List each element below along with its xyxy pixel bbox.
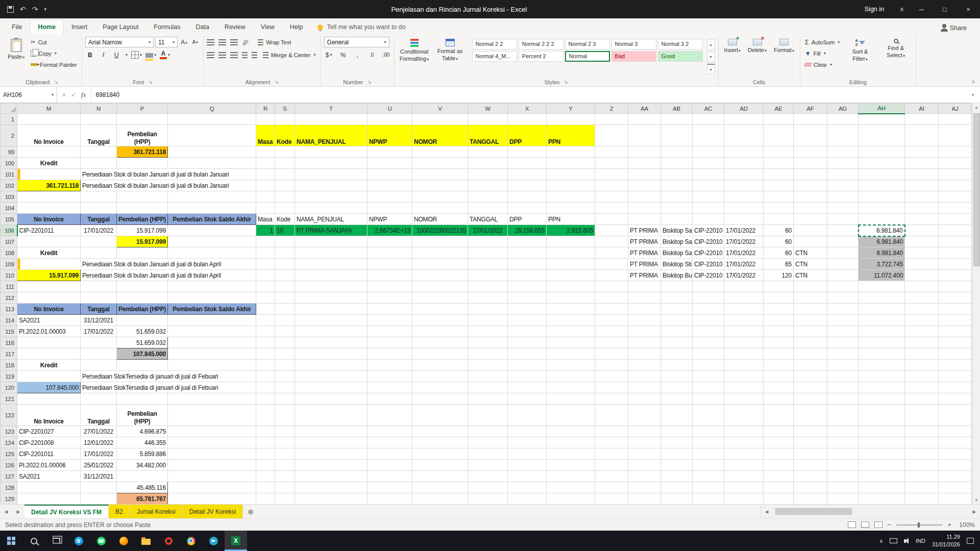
cell-AG122[interactable] [827, 405, 859, 426]
cell-Z123[interactable] [595, 426, 628, 437]
formula-bar-expand-icon[interactable]: ▾ [966, 87, 980, 103]
cell-AF99[interactable] [794, 146, 827, 158]
vertical-scrollbar[interactable]: ▲ ▼ [972, 103, 980, 504]
cell-AE123[interactable] [764, 426, 794, 437]
cell-X123[interactable] [508, 426, 547, 437]
cell-R124[interactable] [256, 437, 275, 448]
cell-P2[interactable]: Pembelian (HPP) [117, 125, 168, 146]
column-header-P[interactable]: P [117, 104, 168, 114]
cell-AI114[interactable] [905, 315, 939, 326]
taskbar-telegram-icon[interactable] [202, 531, 225, 551]
cell-AB117[interactable] [661, 348, 693, 360]
cell-W117[interactable] [468, 348, 508, 360]
cell-R111[interactable] [256, 281, 275, 292]
cell-P99[interactable]: 361.721.118 [117, 146, 168, 158]
cell-AJ101[interactable] [939, 169, 972, 180]
cell-AB116[interactable] [661, 337, 693, 348]
cell-V110[interactable] [412, 270, 468, 281]
ribbon-tab-home[interactable]: Home [30, 19, 64, 35]
cell-W105[interactable]: TANGGAL [468, 214, 508, 225]
cell-AE104[interactable] [764, 203, 794, 214]
cell-X102[interactable] [508, 180, 547, 191]
cell-V103[interactable] [412, 191, 468, 203]
cell-M102[interactable]: 361.721.118 [17, 180, 81, 191]
cell-T129[interactable] [295, 493, 368, 505]
format-painter-button[interactable]: Format Painter [29, 59, 79, 70]
cell-U2[interactable]: NPWP [368, 125, 412, 146]
cell-Y111[interactable] [547, 281, 595, 292]
cell-AB111[interactable] [661, 281, 693, 292]
cell-AI122[interactable] [905, 405, 939, 426]
row-header-1[interactable]: 1 [1, 114, 17, 125]
cell-N102[interactable]: Persediaan Stok di bulan Januari di jual… [81, 180, 256, 191]
cell-W124[interactable] [468, 437, 508, 448]
cell-X112[interactable] [508, 292, 547, 304]
cell-AJ104[interactable] [939, 203, 972, 214]
taskbar-whatsapp-icon[interactable]: ☎ [90, 531, 112, 551]
cell-AD124[interactable] [724, 437, 764, 448]
cell-AA112[interactable] [628, 292, 661, 304]
column-header-T[interactable]: T [295, 104, 368, 114]
cell-S101[interactable] [275, 169, 295, 180]
cell-R126[interactable] [256, 460, 275, 471]
row-header-123[interactable]: 123 [1, 426, 17, 437]
cell-style-percent-2[interactable]: Percent 2 [519, 51, 564, 62]
cell-X114[interactable] [508, 315, 547, 326]
cell-Y108[interactable] [547, 247, 595, 259]
cell-P116[interactable]: 51.659.032 [117, 337, 168, 348]
notification-center-icon[interactable] [967, 538, 974, 544]
cell-AF102[interactable] [794, 180, 827, 191]
cell-AB102[interactable] [661, 180, 693, 191]
cell-S2[interactable]: Kode [275, 125, 295, 146]
cell-AH115[interactable] [859, 326, 905, 337]
cell-AB114[interactable] [661, 315, 693, 326]
cell-U119[interactable] [368, 371, 412, 382]
cell-Q124[interactable] [168, 437, 256, 448]
cell-AA115[interactable] [628, 326, 661, 337]
cell-AF110[interactable]: CTN [794, 270, 827, 281]
cell-V107[interactable] [412, 236, 468, 247]
collapse-ribbon-icon[interactable]: ∧ [971, 79, 975, 84]
cell-S123[interactable] [275, 426, 295, 437]
cell-AJ120[interactable] [939, 382, 972, 393]
cell-AB127[interactable] [661, 471, 693, 482]
styles-dialog-launcher[interactable]: ↘ [564, 79, 568, 85]
cell-U1[interactable] [368, 114, 412, 125]
cell-N124[interactable]: 12/01/2022 [81, 437, 117, 448]
cell-W116[interactable] [468, 337, 508, 348]
cell-AH110[interactable]: 11.072.400 [859, 270, 905, 281]
cell-AF100[interactable] [794, 158, 827, 169]
cell-M109[interactable] [17, 259, 81, 270]
cell-X110[interactable] [508, 270, 547, 281]
cell-Z124[interactable] [595, 437, 628, 448]
cell-AI118[interactable] [905, 360, 939, 371]
cell-AD1[interactable] [724, 114, 764, 125]
cell-W99[interactable] [468, 146, 508, 158]
cell-V126[interactable] [412, 460, 468, 471]
cell-Y101[interactable] [547, 169, 595, 180]
cell-M118[interactable]: Kredit [17, 360, 81, 371]
cell-AD2[interactable] [724, 125, 764, 146]
cell-AA125[interactable] [628, 448, 661, 460]
column-header-Y[interactable]: Y [547, 104, 595, 114]
sheet-tab-detail-jv-koreksi[interactable]: Detail JV Koreksi [183, 505, 243, 518]
sheet-tab-b2[interactable]: B2 [109, 505, 130, 518]
cell-T107[interactable] [295, 236, 368, 247]
cell-AF104[interactable] [794, 203, 827, 214]
cell-X129[interactable] [508, 493, 547, 505]
cell-AE129[interactable] [764, 493, 794, 505]
cell-N100[interactable] [81, 158, 117, 169]
cell-AH118[interactable] [859, 360, 905, 371]
cell-AH123[interactable] [859, 426, 905, 437]
taskbar-file-explorer-icon[interactable] [135, 531, 157, 551]
cell-S120[interactable] [275, 382, 295, 393]
cell-S124[interactable] [275, 437, 295, 448]
cell-N111[interactable] [81, 281, 117, 292]
column-header-Z[interactable]: Z [595, 104, 628, 114]
sheet-nav-left-icon[interactable]: ◀ [0, 505, 12, 518]
cell-V117[interactable] [412, 348, 468, 360]
cell-AI123[interactable] [905, 426, 939, 437]
underline-dropdown-icon[interactable]: ▾ [126, 53, 128, 57]
cell-Z100[interactable] [595, 158, 628, 169]
cell-AB108[interactable]: Biskitop Sa [661, 247, 693, 259]
